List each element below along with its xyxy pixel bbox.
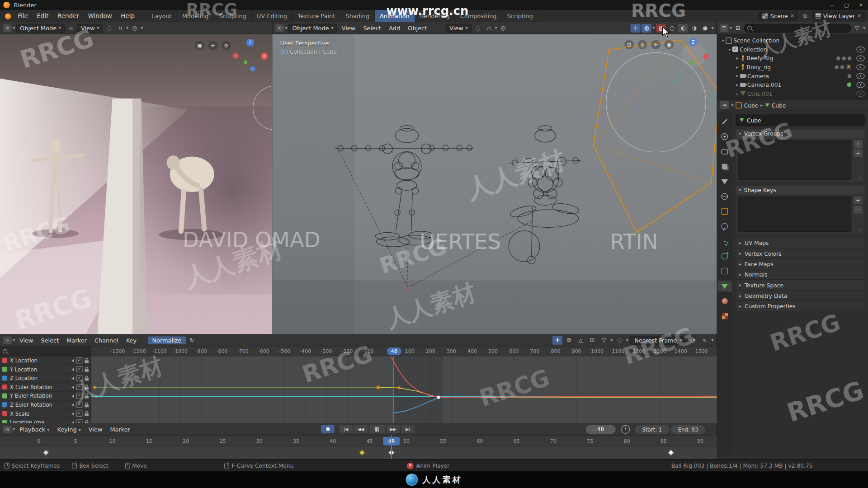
- pause-button[interactable]: [369, 425, 385, 433]
- cursor-tool-icon[interactable]: ✛: [552, 336, 562, 345]
- outliner-row-camera-001[interactable]: ▸ Camera.001: [720, 80, 868, 89]
- outliner-row-scene-collection[interactable]: ▾ Scene Collection: [720, 36, 868, 45]
- properties-tab-object[interactable]: [717, 206, 732, 217]
- view-layer-selector[interactable]: View Layer ✕: [812, 12, 864, 21]
- resize-grip[interactable]: ∷: [859, 175, 863, 181]
- playback-sync-icon[interactable]: [621, 425, 630, 434]
- transform-orientation-dropdown[interactable]: View▾: [446, 23, 472, 33]
- tab-compositing[interactable]: Compositing: [455, 10, 502, 22]
- outliner-row-collection[interactable]: ▾ ✓ Collection: [720, 45, 868, 54]
- expand-icon[interactable]: ▸: [735, 82, 740, 87]
- graph-select-menu[interactable]: Select: [38, 336, 62, 345]
- tab-rendering[interactable]: Rendering: [415, 10, 455, 22]
- menu-render[interactable]: Render: [53, 11, 84, 21]
- mute-speaker-icon[interactable]: [70, 403, 74, 406]
- camera-view-icon[interactable]: ▣: [664, 40, 674, 49]
- gizmo-green-dot[interactable]: [244, 60, 248, 64]
- channel-row[interactable]: Z Location ✓: [0, 374, 91, 383]
- timeline-playhead-badge[interactable]: 48: [383, 437, 400, 445]
- snap-magnet-icon[interactable]: ∩: [115, 23, 125, 33]
- lock-icon[interactable]: [85, 369, 89, 372]
- outliner-row-bony-rig[interactable]: ▸ Bony_rig a: [720, 62, 868, 71]
- view-menu[interactable]: View: [338, 23, 359, 33]
- camera-view-icon[interactable]: ▣: [195, 41, 204, 51]
- editor-type-3dview-icon[interactable]: ⊞: [3, 24, 12, 32]
- properties-tab-scene[interactable]: [717, 176, 732, 187]
- outliner-row-beefy-rig[interactable]: ▸ Beefy Rig: [720, 54, 868, 63]
- graph-view-menu[interactable]: View: [16, 336, 37, 345]
- properties-tab-texture[interactable]: [717, 310, 732, 321]
- breadcrumb-object[interactable]: Cube: [744, 102, 759, 108]
- pivot-point-icon[interactable]: ◌: [104, 23, 114, 33]
- enable-checkbox[interactable]: ✓: [76, 384, 82, 390]
- editor-type-outliner-icon[interactable]: ☰: [720, 24, 729, 32]
- graph-curve-area[interactable]: [91, 357, 717, 423]
- lock-icon[interactable]: [85, 413, 89, 416]
- properties-section-header[interactable]: ▸UV Maps: [736, 238, 864, 248]
- object-mode-dropdown[interactable]: Object Mode▾: [288, 23, 337, 33]
- timeline-keyframe-strip[interactable]: [0, 446, 717, 459]
- add-shape-key-button[interactable]: +: [854, 197, 863, 204]
- pivot-icon[interactable]: ◌: [614, 336, 624, 345]
- properties-section-header[interactable]: ▸Normals: [736, 269, 864, 279]
- stop-playback-icon[interactable]: ✕: [407, 462, 414, 469]
- resize-grip[interactable]: ∷: [859, 227, 863, 233]
- add-menu[interactable]: Add: [386, 23, 404, 33]
- object-menu[interactable]: Object: [405, 23, 430, 33]
- shading-material-icon[interactable]: ◑: [689, 23, 699, 33]
- gizmo-x-axis[interactable]: X: [261, 52, 268, 60]
- scene-unlink-icon[interactable]: ✕: [790, 13, 794, 19]
- editor-type-3dview-icon[interactable]: ⊞: [275, 24, 284, 32]
- shape-keys-list[interactable]: [738, 197, 851, 232]
- enable-checkbox[interactable]: ✓: [76, 357, 82, 363]
- mute-speaker-icon[interactable]: [70, 368, 74, 371]
- editor-type-properties-icon[interactable]: ≔: [720, 101, 729, 109]
- editor-type-timeline-icon[interactable]: ◷: [3, 425, 12, 433]
- snap-mode-dropdown[interactable]: Nearest Frame▾: [630, 336, 687, 345]
- properties-section-header[interactable]: ▸Geometry Data: [736, 290, 864, 300]
- filter-icon[interactable]: ▽: [852, 23, 862, 33]
- properties-tab-render[interactable]: [717, 131, 732, 142]
- proportional-editing-icon[interactable]: ◎: [498, 23, 508, 33]
- tab-scripting[interactable]: Scripting: [502, 10, 538, 22]
- frame-start-field[interactable]: Start:1: [635, 425, 669, 434]
- menu-file[interactable]: File: [13, 11, 32, 21]
- expand-icon[interactable]: ▸: [735, 65, 740, 70]
- gizmo-blue-dot[interactable]: [250, 66, 255, 71]
- jump-to-end-button[interactable]: ▶|: [401, 425, 415, 433]
- scene-selector[interactable]: Scene ✕: [759, 12, 797, 21]
- blender-app-menu-icon[interactable]: [2, 12, 13, 21]
- timeline-view-menu[interactable]: View: [85, 425, 105, 434]
- graph-channel-menu[interactable]: Channel: [91, 336, 122, 345]
- object-mode-dropdown[interactable]: Object Mode▾: [16, 23, 65, 33]
- remove-shape-key-button[interactable]: −: [854, 206, 863, 214]
- add-vertex-group-button[interactable]: +: [854, 140, 863, 148]
- keyframe-diamond[interactable]: [668, 450, 674, 456]
- expand-icon[interactable]: ▸: [735, 91, 740, 96]
- tab-uv-editing[interactable]: UV Editing: [252, 10, 292, 22]
- outliner-row-ctris-001[interactable]: ▸ Ctris.001: [720, 89, 868, 98]
- prev-keyframe-button[interactable]: ◀◀: [354, 425, 368, 433]
- select-menu[interactable]: Select: [360, 23, 384, 33]
- channel-search-input[interactable]: [0, 347, 91, 357]
- keying-menu[interactable]: Keying ▾: [54, 425, 84, 434]
- show-overlays-icon[interactable]: ◍: [642, 23, 651, 33]
- hide-eye-icon[interactable]: [856, 73, 864, 79]
- properties-tab-material[interactable]: [717, 296, 732, 306]
- ghost-curves-icon[interactable]: ◔: [688, 336, 698, 345]
- jump-to-start-button[interactable]: |◀: [340, 425, 353, 433]
- move-view-icon[interactable]: ✛: [651, 40, 660, 49]
- mesh-name-field[interactable]: Cube: [736, 114, 864, 125]
- transform-orientation-dropdown[interactable]: View▾: [77, 23, 103, 33]
- properties-section-header[interactable]: ▸Vertex Colors: [736, 248, 864, 258]
- collapsed-menus-icon[interactable]: ≡: [66, 23, 76, 33]
- properties-tab-constraints[interactable]: [717, 266, 732, 277]
- close-button[interactable]: ✕: [854, 0, 868, 10]
- hide-eye-icon[interactable]: [856, 82, 864, 88]
- timeline-marker-menu[interactable]: Marker: [107, 425, 133, 434]
- snap-magnet-icon[interactable]: ∩: [484, 23, 494, 33]
- graph-key-menu[interactable]: Key: [123, 336, 140, 345]
- viewport-perspective[interactable]: ⊞▾ Object Mode▾ View Select Add Object V…: [272, 22, 717, 334]
- menu-edit[interactable]: Edit: [33, 11, 53, 21]
- shape-keys-panel-header[interactable]: ▾Shape Keys: [736, 186, 864, 194]
